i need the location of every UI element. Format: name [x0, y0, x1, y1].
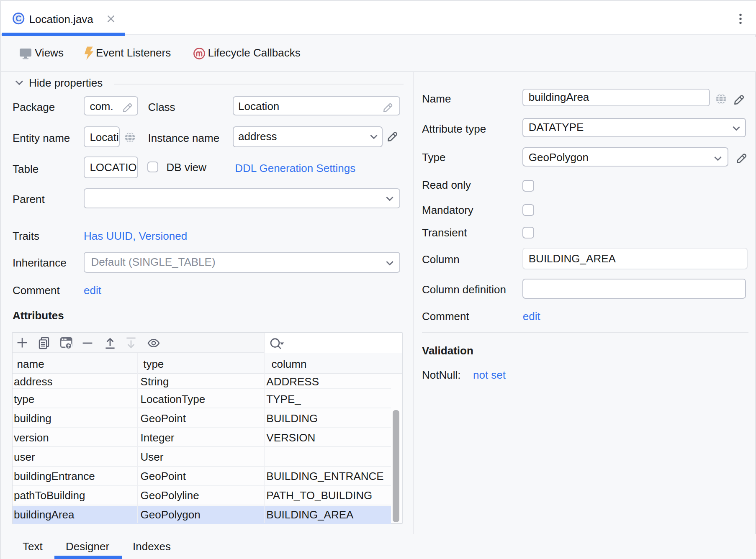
svg-text:C: C	[15, 14, 21, 23]
